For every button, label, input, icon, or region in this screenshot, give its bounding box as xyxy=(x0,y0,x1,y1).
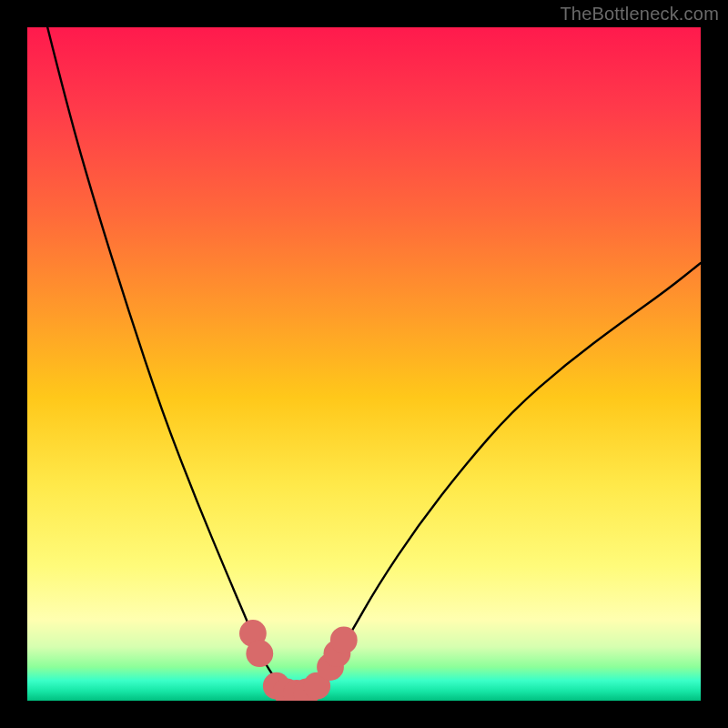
plot-area xyxy=(27,27,701,701)
watermark-label: TheBottleneck.com xyxy=(560,4,719,25)
curve-svg xyxy=(27,27,701,701)
curve-markers xyxy=(239,620,358,701)
curve-marker xyxy=(246,640,273,667)
bottleneck-curve xyxy=(47,27,701,694)
chart-frame: TheBottleneck.com xyxy=(0,0,728,728)
curve-marker xyxy=(330,627,358,654)
